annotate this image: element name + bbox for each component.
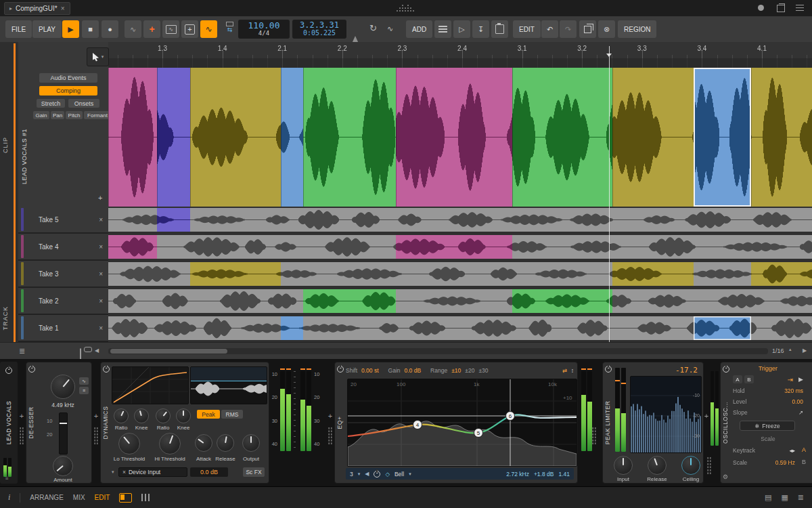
edit-menu-button[interactable]: EDIT bbox=[513, 20, 541, 38]
insert-device-icon[interactable]: + bbox=[20, 412, 24, 420]
info-icon[interactable]: i bbox=[8, 492, 10, 503]
range-20-button[interactable]: ±20 bbox=[465, 367, 474, 374]
take-close-icon[interactable]: × bbox=[99, 297, 103, 305]
list-panel-icon[interactable]: ≣ bbox=[798, 493, 804, 502]
mix-view-button[interactable]: MIX bbox=[73, 494, 85, 501]
arrange-view-button[interactable]: ARRANGE bbox=[30, 494, 63, 501]
limiter-display[interactable]: -10 -20 -30 bbox=[630, 376, 702, 453]
slider-handle[interactable] bbox=[60, 423, 67, 424]
redo-button[interactable]: ↷ bbox=[560, 20, 577, 38]
scroll-right-button[interactable]: ▶ bbox=[803, 347, 807, 354]
limiter-ceiling-knob[interactable] bbox=[681, 456, 700, 475]
delete-button[interactable]: ⊗ bbox=[598, 20, 615, 38]
track-name[interactable]: LEAD VOCALS #1 bbox=[21, 129, 28, 184]
dynamics-ratio2-knob[interactable] bbox=[156, 408, 171, 423]
device-separator[interactable]: + bbox=[92, 362, 100, 484]
device-limiter[interactable]: PEAK LIMITER -17.2 -10 -20 -30 Input Rel… bbox=[602, 362, 704, 484]
time-value[interactable]: 0:05.225 bbox=[292, 30, 346, 37]
monitor-button[interactable]: ∿ bbox=[162, 20, 179, 38]
device-separator[interactable]: + bbox=[18, 362, 26, 484]
eq-node-6[interactable]: 6 bbox=[506, 412, 515, 421]
file-button[interactable]: FILE bbox=[5, 20, 32, 38]
stretch-button[interactable]: Stretch bbox=[37, 99, 65, 108]
note-panel-icon[interactable]: ▤ bbox=[765, 493, 771, 502]
osc-play-icon[interactable]: ▶ bbox=[798, 376, 803, 383]
deesser-freq-value[interactable]: 4.49 kHz bbox=[51, 402, 74, 408]
take-waveform[interactable] bbox=[108, 288, 812, 315]
shift-value[interactable]: 0.00 st bbox=[361, 367, 379, 374]
band-count[interactable]: 3 bbox=[350, 471, 353, 478]
scroll-left-button[interactable]: ◀ bbox=[95, 347, 99, 354]
deesser-threshold-slider[interactable] bbox=[59, 412, 68, 454]
tempo-value[interactable]: 110.00 bbox=[238, 21, 290, 30]
device-panel-toggle[interactable] bbox=[119, 493, 132, 503]
attack-knob[interactable] bbox=[195, 434, 212, 452]
stop-button[interactable]: ■ bbox=[82, 20, 99, 38]
take-label-cell[interactable]: Take 2× bbox=[18, 288, 108, 314]
device-eq[interactable]: EQ+ Shift 0.00 st Gain 0.0 dB Range ±10 … bbox=[334, 362, 578, 484]
band-type[interactable]: Bell bbox=[394, 471, 404, 478]
edit-view-button[interactable]: EDIT bbox=[95, 494, 110, 501]
clip-tab[interactable]: CLIP bbox=[2, 137, 9, 153]
deesser-amount-knob[interactable] bbox=[53, 456, 73, 476]
window-restore-icon[interactable] bbox=[777, 5, 785, 12]
device-deesser[interactable]: DE-ESSER ∿ ≡ 4.49 kHz 10 20 Amount bbox=[26, 362, 92, 484]
drag-handle-icon[interactable] bbox=[94, 427, 99, 444]
chain-menu-icon[interactable]: ≡ bbox=[5, 475, 9, 482]
osc-gear-icon[interactable]: ⚙ bbox=[723, 473, 728, 480]
scfx-button[interactable]: Sc FX bbox=[243, 467, 265, 477]
osc-power-icon[interactable] bbox=[723, 366, 729, 373]
zoom-caret-icon[interactable]: ▴ bbox=[789, 347, 792, 352]
lo-threshold-knob[interactable] bbox=[118, 433, 140, 454]
dynamics-knee1-knob[interactable] bbox=[134, 408, 149, 423]
trigger-input-icon[interactable]: ⇥ bbox=[788, 376, 793, 383]
comp-waveform[interactable] bbox=[108, 58, 812, 207]
insert-device-icon[interactable]: + bbox=[328, 412, 332, 420]
grid-panel-icon[interactable]: ▦ bbox=[781, 493, 788, 502]
osc-slot-a-button[interactable]: A bbox=[802, 446, 806, 453]
rms-toggle[interactable]: RMS bbox=[221, 410, 243, 419]
range-10-button[interactable]: ±10 bbox=[451, 367, 461, 374]
osc-a-button[interactable]: A bbox=[733, 375, 742, 383]
device-separator[interactable]: + bbox=[704, 362, 720, 484]
time-signature[interactable]: 4/4 bbox=[238, 30, 290, 37]
take-waveform[interactable] bbox=[108, 207, 812, 234]
insert-device-icon[interactable]: + bbox=[94, 412, 98, 420]
overdub-button[interactable]: ∿ bbox=[125, 20, 141, 38]
eq-node-5[interactable]: 5 bbox=[474, 429, 483, 438]
type-dropdown-icon[interactable]: ▾ bbox=[409, 471, 411, 477]
dynamics-gain-value[interactable]: 0.0 dB bbox=[190, 467, 228, 477]
band-freq[interactable]: 2.72 kHz bbox=[506, 471, 529, 478]
limiter-release-knob[interactable] bbox=[648, 456, 667, 475]
take-close-icon[interactable]: × bbox=[99, 243, 103, 251]
deesser-mode-button[interactable]: ≡ bbox=[79, 387, 89, 394]
limiter-power-icon[interactable] bbox=[605, 366, 612, 373]
drag-handle-icon[interactable] bbox=[20, 427, 24, 444]
peak-toggle[interactable]: Peak bbox=[197, 410, 220, 419]
band-gain[interactable]: +1.8 dB bbox=[534, 471, 554, 478]
project-tab-close-icon[interactable]: × bbox=[61, 5, 65, 12]
gain-value[interactable]: 0.0 dB bbox=[405, 367, 422, 374]
comping-button[interactable]: Comping bbox=[39, 86, 97, 96]
dynamics-knee2-knob[interactable] bbox=[176, 408, 191, 423]
take-waveform[interactable] bbox=[108, 234, 812, 261]
transport-mode-icons[interactable]: ⇆ bbox=[226, 22, 233, 33]
range-30-button[interactable]: ±30 bbox=[478, 367, 488, 374]
eq-node-4[interactable]: 4 bbox=[413, 421, 422, 429]
dynamics-curve-display[interactable] bbox=[112, 366, 189, 404]
take-close-icon[interactable]: × bbox=[99, 270, 103, 278]
keytrack-icon[interactable]: ◂▸ bbox=[789, 447, 795, 454]
tempo-display[interactable]: 110.00 4/4 bbox=[238, 20, 290, 39]
sidechain-dropdown-icon[interactable]: ▾ bbox=[112, 469, 114, 475]
add-track-button[interactable]: + bbox=[181, 20, 198, 38]
drag-handle-icon[interactable] bbox=[592, 427, 597, 444]
eq-power-icon[interactable] bbox=[337, 366, 344, 373]
play-menu-button[interactable]: PLAY bbox=[32, 20, 62, 38]
take-label-cell[interactable]: Take 5× bbox=[18, 207, 108, 232]
take-close-icon[interactable]: × bbox=[99, 216, 103, 224]
pointer-tool-button[interactable]: ▾ bbox=[87, 47, 109, 66]
drag-handle-icon[interactable] bbox=[328, 427, 333, 444]
lane-layers-button[interactable]: ≣ bbox=[19, 347, 25, 356]
deesser-freq-knob[interactable] bbox=[51, 375, 75, 399]
formant-mode-button[interactable]: Formant bbox=[84, 111, 111, 119]
